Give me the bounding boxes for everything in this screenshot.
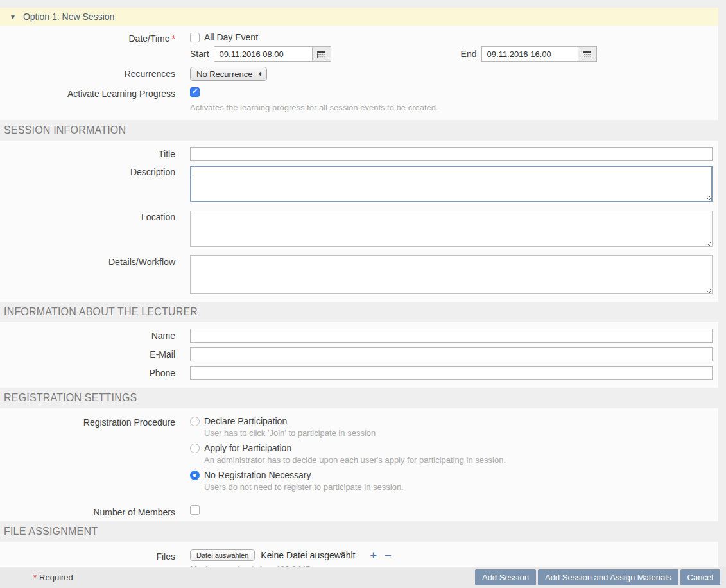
title-label: Title: [0, 147, 190, 161]
details-workflow-label: Details/Workflow: [0, 255, 190, 294]
section-header-registration: REGISTRATION SETTINGS: [0, 388, 718, 408]
required-asterisk: *: [33, 573, 37, 582]
lecturer-phone-label: Phone: [0, 366, 190, 380]
start-datetime-input[interactable]: [214, 46, 313, 62]
lecturer-name-input[interactable]: [190, 329, 713, 343]
lecturer-phone-input[interactable]: [190, 366, 713, 380]
radio-declare-participation[interactable]: [190, 417, 200, 426]
section-header-lecturer: INFORMATION ABOUT THE LECTURER: [0, 302, 718, 322]
required-asterisk: *: [172, 33, 175, 44]
description-label: Description: [0, 166, 190, 202]
declare-participation-byline: User has to click 'Join' to participate …: [204, 428, 713, 438]
calendar-icon: [317, 50, 325, 58]
session-form: ▼ Option 1: New Session Date/Time* All D…: [0, 8, 718, 580]
all-day-event-label: All Day Event: [204, 32, 258, 42]
collapse-triangle-icon: ▼: [10, 13, 16, 21]
lecturer-email-label: E-Mail: [0, 347, 190, 361]
start-calendar-button[interactable]: [313, 46, 331, 62]
calendar-icon: [583, 50, 591, 58]
radio-declare-participation-label: Declare Participation: [204, 416, 287, 426]
recurrence-selected-value: No Recurrence: [196, 69, 252, 79]
registration-procedure-label: Registration Procedure: [0, 416, 190, 497]
radio-no-registration-necessary[interactable]: [190, 471, 200, 480]
form-footer: *Required Add Session Add Session and As…: [0, 567, 726, 588]
cancel-button[interactable]: Cancel: [680, 569, 720, 585]
add-file-icon[interactable]: +: [370, 549, 377, 561]
no-file-selected-text: Keine Datei ausgewählt: [261, 550, 355, 560]
add-session-button[interactable]: Add Session: [475, 569, 536, 585]
section-header-session-information: SESSION INFORMATION: [0, 120, 718, 141]
lecturer-name-label: Name: [0, 329, 190, 343]
remove-file-icon[interactable]: −: [385, 549, 392, 561]
radio-apply-for-participation[interactable]: [190, 444, 200, 453]
datetime-block: Date/Time* All Day Event Start: [0, 26, 718, 120]
learning-progress-label: Activate Learning Progress: [0, 87, 190, 112]
required-note: *Required: [33, 573, 73, 582]
session-information-block: Title Description Location Details/Workf…: [0, 141, 718, 302]
title-input[interactable]: [190, 147, 713, 161]
all-day-event-checkbox[interactable]: [190, 33, 200, 42]
radio-apply-for-participation-label: Apply for Participation: [204, 443, 291, 453]
select-arrows-icon: ▲▼: [258, 71, 262, 76]
radio-no-registration-necessary-label: No Registration Necessary: [204, 470, 311, 480]
choose-file-button[interactable]: Datei auswählen: [190, 549, 255, 561]
banner-title: Option 1: New Session: [23, 12, 114, 22]
option-1-new-session-header[interactable]: ▼ Option 1: New Session: [0, 8, 718, 26]
recurrence-select[interactable]: No Recurrence ▲▼: [190, 67, 267, 81]
registration-block: Registration Procedure Declare Participa…: [0, 408, 718, 521]
location-label: Location: [0, 211, 190, 247]
location-textarea[interactable]: [190, 211, 713, 247]
end-datetime-input[interactable]: [481, 46, 578, 62]
lecturer-email-input[interactable]: [190, 347, 713, 361]
number-of-members-label: Number of Members: [0, 505, 190, 517]
lecturer-block: Name E-Mail Phone: [0, 322, 718, 388]
end-calendar-button[interactable]: [578, 46, 597, 62]
details-workflow-textarea[interactable]: [190, 255, 713, 294]
recurrences-label: Recurrences: [0, 67, 190, 81]
learning-progress-byline: Activates the learning progress for all …: [190, 103, 713, 112]
end-label: End: [461, 49, 477, 59]
no-registration-byline: Users do not need to register to partici…: [204, 482, 713, 492]
learning-progress-checkbox[interactable]: [190, 87, 200, 97]
section-header-file-assignment: FILE ASSIGNMENT: [0, 521, 718, 542]
number-of-members-checkbox[interactable]: [190, 505, 200, 515]
start-label: Start: [190, 49, 209, 59]
datetime-label: Date/Time*: [0, 32, 190, 62]
add-session-assign-materials-button[interactable]: Add Session and Assign Materials: [538, 569, 678, 585]
text-caret: [194, 168, 194, 177]
description-textarea[interactable]: [190, 166, 713, 202]
apply-for-participation-byline: An administrator has to decide upon each…: [204, 455, 713, 465]
